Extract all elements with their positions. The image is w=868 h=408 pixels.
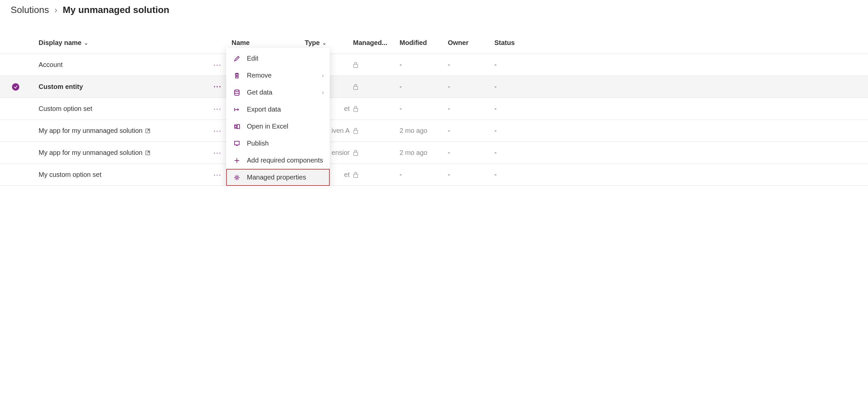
open-external-icon: [145, 150, 150, 155]
cell-owner: -: [448, 83, 494, 91]
cell-owner: -: [448, 61, 494, 68]
menu-export-data[interactable]: Export data: [226, 101, 330, 118]
menu-managed-properties[interactable]: Managed properties: [226, 169, 330, 186]
menu-add-required-components[interactable]: Add required components: [226, 152, 330, 169]
cell-display-name[interactable]: My custom option set ···: [39, 171, 231, 178]
menu-get-data[interactable]: Get data ›: [226, 84, 330, 101]
cell-owner: -: [448, 127, 494, 135]
more-actions-icon[interactable]: ···: [214, 83, 222, 91]
col-display-name-label: Display name: [39, 39, 82, 47]
svg-rect-7: [354, 174, 358, 177]
open-external-icon: [145, 128, 150, 134]
cell-modified: -: [400, 61, 448, 68]
cell-display-name[interactable]: My app for my unmanaged solution ···: [39, 127, 231, 135]
col-modified[interactable]: Modified: [400, 39, 448, 47]
more-actions-icon[interactable]: ···: [214, 149, 222, 156]
chevron-right-icon: ›: [322, 72, 324, 79]
table-row[interactable]: My app for my unmanaged solution ··· ens…: [0, 142, 868, 164]
chevron-down-icon: ⌄: [84, 40, 88, 46]
cell-status: -: [494, 127, 539, 135]
context-menu: Edit Remove › Get data › Export data Ope…: [226, 48, 330, 186]
cell-display-name[interactable]: Custom entity ···: [39, 83, 231, 91]
chevron-right-icon: ›: [54, 5, 57, 15]
svg-point-12: [236, 177, 238, 178]
more-actions-icon[interactable]: ···: [214, 105, 222, 113]
menu-publish[interactable]: Publish: [226, 135, 330, 152]
table-row[interactable]: Account ··· account Entity - - -: [0, 54, 868, 76]
table-row[interactable]: My custom option set ··· et - - -: [0, 164, 868, 186]
cell-owner: -: [448, 171, 494, 178]
svg-rect-4: [354, 130, 358, 134]
cell-display-name[interactable]: My app for my unmanaged solution ···: [39, 149, 231, 156]
pencil-icon: [233, 55, 241, 62]
col-type[interactable]: Type ⌄: [305, 39, 353, 47]
col-owner[interactable]: Owner: [448, 39, 494, 47]
more-actions-icon[interactable]: ···: [214, 171, 222, 178]
cell-display-name[interactable]: Account ···: [39, 61, 231, 68]
menu-open-in-excel[interactable]: Open in Excel: [226, 118, 330, 135]
svg-rect-0: [354, 64, 358, 68]
trash-icon: [233, 72, 241, 79]
menu-remove[interactable]: Remove ›: [226, 67, 330, 84]
chevron-down-icon: ⌄: [322, 40, 327, 46]
svg-rect-6: [354, 152, 358, 155]
lock-icon: [353, 106, 400, 112]
breadcrumb: Solutions › My unmanaged solution: [0, 0, 868, 25]
cell-display-name[interactable]: Custom option set ···: [39, 105, 231, 113]
svg-rect-10: [237, 124, 240, 128]
selected-check-icon: [12, 83, 19, 91]
svg-point-8: [235, 90, 239, 91]
cell-status: -: [494, 105, 539, 113]
solution-components-table: Display name ⌄ Name Type ⌄ Managed... Mo…: [0, 25, 868, 186]
col-name[interactable]: Name: [231, 39, 305, 47]
export-icon: [233, 106, 241, 113]
table-row[interactable]: Custom option set ··· et - - -: [0, 98, 868, 120]
cell-status: -: [494, 171, 539, 178]
lock-icon: [353, 150, 400, 156]
cell-status: -: [494, 83, 539, 91]
cell-modified: 2 mo ago: [400, 149, 448, 156]
cell-modified: -: [400, 105, 448, 113]
lock-icon: [353, 84, 400, 90]
lock-icon: [353, 62, 400, 68]
col-display-name[interactable]: Display name ⌄: [39, 39, 231, 47]
col-status[interactable]: Status: [494, 39, 539, 47]
table-row[interactable]: Custom entity ··· - - -: [0, 76, 868, 98]
cell-status: -: [494, 61, 539, 68]
menu-edit[interactable]: Edit: [226, 50, 330, 67]
cell-owner: -: [448, 105, 494, 113]
cell-modified: 2 mo ago: [400, 127, 448, 135]
gear-icon: [233, 174, 241, 181]
svg-rect-2: [354, 108, 358, 112]
breadcrumb-root[interactable]: Solutions: [11, 5, 49, 15]
cell-modified: -: [400, 171, 448, 178]
cell-owner: -: [448, 149, 494, 156]
lock-icon: [353, 127, 400, 134]
more-actions-icon[interactable]: ···: [214, 127, 222, 135]
publish-icon: [233, 140, 241, 147]
lock-icon: [353, 172, 400, 178]
table-row[interactable]: My app for my unmanaged solution ··· ive…: [0, 120, 868, 142]
svg-rect-1: [354, 86, 358, 90]
more-actions-icon[interactable]: ···: [214, 61, 222, 68]
breadcrumb-current: My unmanaged solution: [63, 5, 169, 15]
row-select[interactable]: [5, 83, 39, 91]
col-type-label: Type: [305, 39, 320, 47]
database-icon: [233, 89, 241, 96]
chevron-right-icon: ›: [322, 90, 324, 95]
excel-icon: [233, 123, 241, 130]
plus-icon: [233, 157, 241, 164]
cell-status: -: [494, 149, 539, 156]
col-managed[interactable]: Managed...: [353, 39, 400, 47]
table-header: Display name ⌄ Name Type ⌄ Managed... Mo…: [0, 32, 868, 54]
cell-modified: -: [400, 83, 448, 91]
